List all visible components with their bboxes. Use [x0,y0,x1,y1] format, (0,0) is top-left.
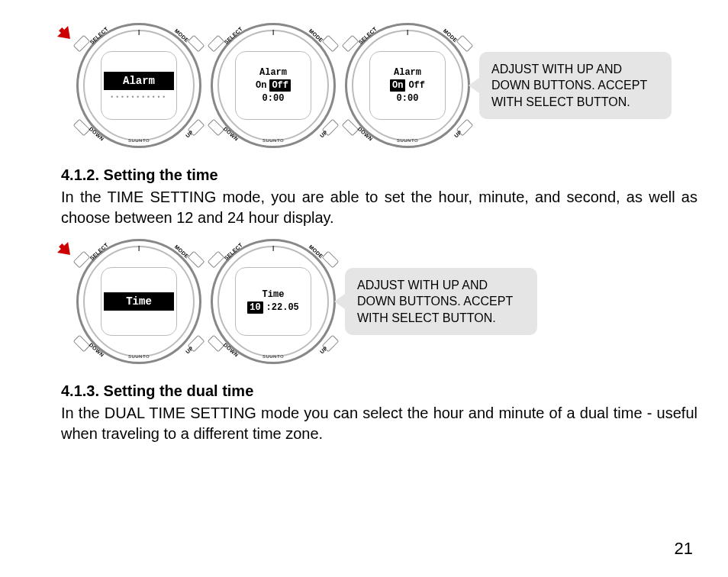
instruction-callout: ADJUST WITH UP AND DOWN BUTTONS. ACCEPT … [345,268,537,336]
instruction-callout: ADJUST WITH UP AND DOWN BUTTONS. ACCEPT … [479,52,672,120]
alarm-illustration-row: SELECT MODE DOWN UP | SUUNTO Alarm ▪▪▪▪▪… [61,23,697,148]
arrow-icon [57,26,76,44]
arrow-icon [57,242,76,260]
watch-time-1: SELECT MODE DOWN UP | SUUNTO Time [76,239,201,364]
section-body-dualtime: In the DUAL TIME SETTING mode you can se… [61,403,697,444]
button-label-select: SELECT [89,26,109,45]
button-label-mode: MODE [173,27,189,43]
brand-label: SUUNTO [128,138,150,143]
button-label-up: UP [185,129,194,138]
watch-alarm-1: SELECT MODE DOWN UP | SUUNTO Alarm ▪▪▪▪▪… [76,23,201,148]
highlighted-value: On [390,79,405,92]
time-illustration-row: SELECT MODE DOWN UP | SUUNTO Time SELECT… [61,239,697,364]
screen-text: Time [104,292,174,311]
watch-alarm-2: SELECT MODE DOWN UP | SUUNTO Alarm On Of… [211,23,336,148]
highlighted-value: Off [269,79,291,92]
highlighted-value: 10 [247,301,263,314]
watch-screen: Alarm On Off 0:00 [235,51,311,120]
section-body-time: In the TIME SETTING mode, you are able t… [61,187,697,228]
section-heading-dualtime: 4.1.3. Setting the dual time [61,382,697,400]
button-label-down: DOWN [89,126,105,142]
watch-time-2: SELECT MODE DOWN UP | SUUNTO Time 10 :22… [211,239,336,364]
watch-alarm-3: SELECT MODE DOWN UP | SUUNTO Alarm On Of… [345,23,470,148]
watch-screen: Time [101,267,177,336]
watch-screen: Alarm On Off 0:00 [369,51,446,120]
section-heading-time: 4.1.2. Setting the time [61,166,697,184]
screen-text: Alarm [104,72,174,90]
watch-screen: Time 10 :22.05 [235,267,311,336]
page-number: 21 [675,539,693,559]
watch-screen: Alarm ▪▪▪▪▪▪▪▪▪▪▪ [101,51,177,120]
